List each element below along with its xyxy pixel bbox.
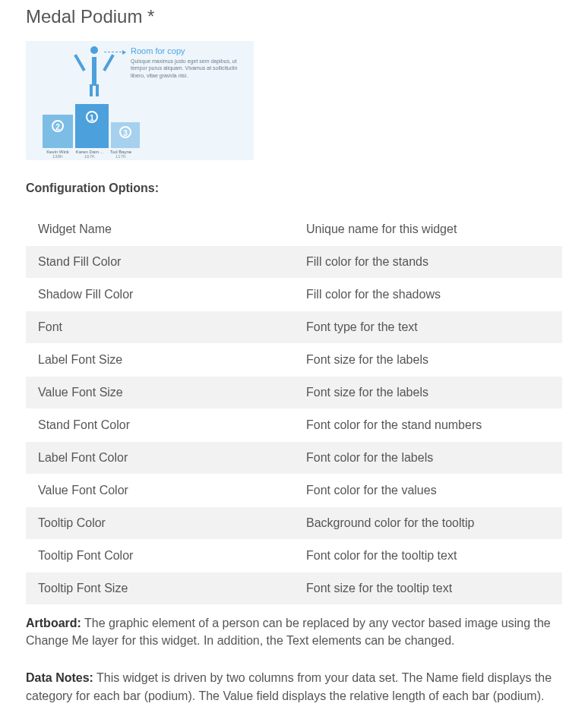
option-desc: Font type for the text — [294, 311, 562, 344]
podium-stands: 2 1 3 — [43, 101, 141, 148]
data-notes-label: Data Notes: — [26, 671, 93, 684]
page-title: Medal Podium * — [26, 6, 562, 27]
preview-copy-title: Room for copy — [131, 46, 245, 55]
option-desc: Fill color for the shadows — [294, 279, 562, 311]
stand-2-number: 2 — [52, 120, 64, 132]
option-name: Tooltip Font Size — [26, 572, 294, 605]
option-desc: Font color for the stand numbers — [294, 409, 562, 442]
option-name: Label Font Color — [26, 442, 294, 475]
option-desc: Font size for the labels — [294, 377, 562, 409]
label-value: 167K — [73, 154, 106, 159]
stand-1: 1 — [75, 104, 109, 148]
option-desc: Font color for the tooltip text — [294, 540, 562, 572]
data-notes: Data Notes: This widget is driven by two… — [26, 669, 562, 704]
artboard-label: Artboard: — [26, 617, 81, 629]
option-desc: Background color for the tooltip — [294, 507, 562, 540]
podium-labels: Kevin Wick138K Karen Dam…167K Tod Bayne1… — [43, 150, 141, 159]
table-row: Label Font ColorFont color for the label… — [26, 442, 562, 475]
option-name: Value Font Size — [26, 377, 294, 409]
table-row: Label Font SizeFont size for the labels — [26, 344, 562, 377]
table-row: Stand Fill ColorFill color for the stand… — [26, 246, 562, 279]
option-desc: Font color for the values — [294, 475, 562, 507]
table-row: Stand Font ColorFont color for the stand… — [26, 409, 562, 442]
option-name: Tooltip Color — [26, 507, 294, 540]
table-row: Tooltip Font SizeFont size for the toolt… — [26, 572, 562, 605]
configuration-options-table: Widget NameUnique name for this widgetSt… — [26, 213, 562, 605]
option-name: Label Font Size — [26, 344, 294, 377]
artboard-text: The graphic element of a person can be r… — [26, 617, 551, 647]
widget-preview: Room for copy Quisque maximus justo eget… — [26, 41, 254, 160]
table-row: Tooltip ColorBackground color for the to… — [26, 507, 562, 540]
label-value: 117K — [106, 154, 135, 159]
person-icon — [80, 46, 109, 92]
option-name: Widget Name — [26, 213, 294, 246]
table-row: FontFont type for the text — [26, 311, 562, 344]
stand-1-number: 1 — [86, 111, 98, 123]
option-desc: Font size for the labels — [294, 344, 562, 377]
option-name: Value Font Color — [26, 475, 294, 507]
configuration-options-heading: Configuration Options: — [26, 181, 562, 195]
option-name: Shadow Fill Color — [26, 279, 294, 311]
stand-2: 2 — [43, 115, 73, 148]
artboard-note: Artboard: The graphic element of a perso… — [26, 614, 562, 649]
stand-3: 3 — [111, 122, 140, 148]
option-name: Stand Font Color — [26, 409, 294, 442]
option-desc: Font size for the tooltip text — [294, 572, 562, 605]
option-name: Stand Fill Color — [26, 246, 294, 279]
option-desc: Unique name for this widget — [294, 213, 562, 246]
option-name: Tooltip Font Color — [26, 540, 294, 572]
preview-copy-body: Quisque maximus justo eget sem dapibus, … — [131, 58, 245, 79]
table-row: Widget NameUnique name for this widget — [26, 213, 562, 246]
stand-3-number: 3 — [119, 126, 131, 138]
arrow-icon — [104, 52, 125, 52]
option-desc: Font color for the labels — [294, 442, 562, 475]
label-value: 138K — [43, 154, 73, 159]
table-row: Shadow Fill ColorFill color for the shad… — [26, 279, 562, 311]
data-notes-text: This widget is driven by two columns fro… — [26, 671, 552, 702]
option-desc: Fill color for the stands — [294, 246, 562, 279]
table-row: Value Font SizeFont size for the labels — [26, 377, 562, 409]
option-name: Font — [26, 311, 294, 344]
table-row: Tooltip Font ColorFont color for the too… — [26, 540, 562, 572]
table-row: Value Font ColorFont color for the value… — [26, 475, 562, 507]
